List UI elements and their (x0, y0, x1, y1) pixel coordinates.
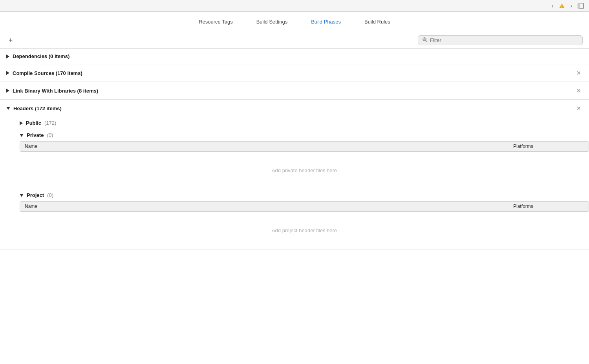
sub-section-public: Public (172) (20, 117, 589, 129)
private-empty-message: Add private header files here (20, 152, 589, 189)
private-table: Name Platforms (20, 141, 589, 152)
section-header-left-dependencies: Dependencies (0 items) (6, 53, 70, 59)
section-link-binary: Link Binary With Libraries (8 items) ✕ (0, 82, 589, 100)
sub-section-private: Private (0) Name Platforms Add private h… (20, 129, 589, 189)
section-dependencies: Dependencies (0 items) (0, 49, 589, 64)
filter-input[interactable] (430, 37, 578, 43)
triangle-right-icon (6, 55, 9, 58)
tab-build-rules[interactable]: Build Rules (360, 13, 394, 31)
private-table-header: Name Platforms (20, 142, 589, 151)
add-panel-icon[interactable] (577, 2, 584, 9)
section-headers: Headers (172 items) ✕ Public (172) Priva… (0, 100, 589, 249)
sub-title-project: Project (27, 192, 44, 198)
action-bar: + (0, 32, 589, 49)
add-phase-button[interactable]: + (6, 36, 15, 45)
main-content: Dependencies (0 items) Compile Sources (… (0, 49, 589, 249)
filter-icon (422, 37, 428, 44)
section-header-headers[interactable]: Headers (172 items) ✕ (0, 100, 589, 117)
sub-count-private: (0) (47, 132, 53, 138)
section-compile-sources: Compile Sources (170 items) ✕ (0, 64, 589, 82)
svg-text:!: ! (562, 5, 563, 9)
project-empty-message: Add project header files here (20, 212, 589, 249)
section-header-link-binary[interactable]: Link Binary With Libraries (8 items) ✕ (0, 82, 589, 99)
col-platforms-project: Platforms (513, 204, 584, 209)
sub-count-public: (172) (44, 120, 56, 126)
warning-icon[interactable]: ! (558, 2, 565, 9)
back-icon[interactable]: ‹ (549, 2, 556, 9)
col-name-private: Name (25, 144, 513, 149)
toolbar-icons: ‹ ! › (549, 2, 584, 9)
forward-icon[interactable]: › (568, 2, 575, 9)
sub-section-project: Project (0) Name Platforms Add project h… (20, 189, 589, 249)
section-header-compile-sources[interactable]: Compile Sources (170 items) ✕ (0, 64, 589, 82)
sub-count-project: (0) (47, 192, 53, 198)
tab-build-settings[interactable]: Build Settings (252, 13, 292, 31)
section-title-headers: Headers (172 items) (13, 106, 62, 111)
section-title-compile: Compile Sources (170 items) (13, 70, 82, 76)
section-close-compile[interactable]: ✕ (575, 69, 583, 77)
sub-section-header-project[interactable]: Project (0) (20, 189, 589, 201)
triangle-right-icon (6, 89, 9, 93)
triangle-down-icon (20, 194, 24, 197)
project-table-header: Name Platforms (20, 202, 589, 211)
section-header-left-link: Link Binary With Libraries (8 items) (6, 88, 98, 94)
top-toolbar: ‹ ! › (0, 0, 589, 12)
sub-title-private: Private (27, 132, 44, 138)
tab-bar: Resource Tags Build Settings Build Phase… (0, 12, 589, 32)
section-close-link[interactable]: ✕ (575, 87, 583, 95)
section-header-dependencies[interactable]: Dependencies (0 items) (0, 49, 589, 64)
sub-section-header-private[interactable]: Private (0) (20, 129, 589, 141)
project-table: Name Platforms (20, 201, 589, 212)
triangle-down-icon (6, 107, 10, 110)
triangle-right-icon (20, 121, 23, 125)
sub-title-public: Public (26, 120, 41, 126)
col-platforms-private: Platforms (513, 144, 584, 149)
section-header-left-headers: Headers (172 items) (6, 106, 62, 111)
tab-resource-tags[interactable]: Resource Tags (195, 13, 236, 31)
tab-build-phases[interactable]: Build Phases (307, 13, 345, 31)
section-title-dependencies: Dependencies (0 items) (13, 53, 70, 59)
section-close-headers[interactable]: ✕ (575, 104, 583, 112)
svg-line-5 (426, 41, 428, 42)
headers-content: Public (172) Private (0) Name Platforms (0, 117, 589, 249)
filter-container (418, 35, 583, 45)
section-header-left-compile: Compile Sources (170 items) (6, 70, 82, 76)
sub-section-header-public[interactable]: Public (172) (20, 117, 589, 129)
svg-rect-3 (578, 3, 580, 9)
triangle-right-icon (6, 71, 9, 75)
triangle-down-icon (20, 134, 24, 137)
col-name-project: Name (25, 204, 513, 209)
section-title-link: Link Binary With Libraries (8 items) (13, 88, 98, 94)
